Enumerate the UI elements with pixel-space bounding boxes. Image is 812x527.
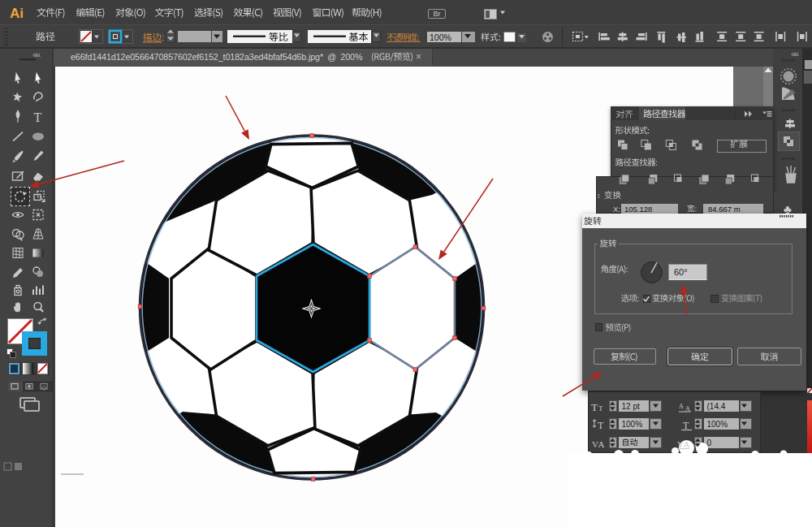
svg-text:T: T	[591, 401, 598, 413]
svg-text:T: T	[598, 404, 603, 413]
svg-text:A: A	[684, 439, 690, 449]
svg-text:A: A	[679, 403, 684, 410]
svg-text:↕: ↕	[597, 192, 601, 200]
svg-text:A: A	[598, 439, 605, 449]
svg-text:T: T	[34, 110, 42, 124]
svg-text:Ai: Ai	[10, 6, 24, 21]
svg-text:♣: ♣	[784, 202, 792, 216]
svg-text:T: T	[598, 420, 604, 431]
svg-text:T: T	[683, 420, 689, 431]
